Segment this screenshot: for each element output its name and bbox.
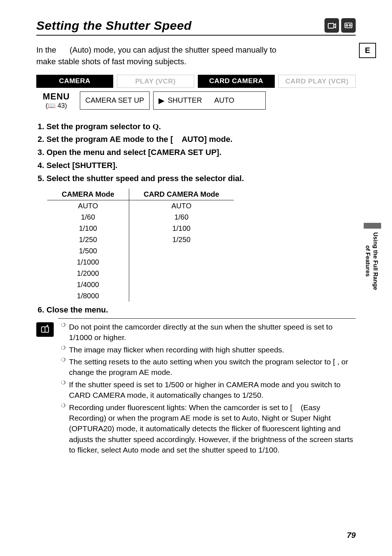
table-cell: 1/4000 — [47, 279, 129, 290]
note-icon — [36, 322, 54, 337]
table-row: 1/1001/100 — [47, 223, 234, 234]
side-tab-bar — [364, 223, 381, 229]
steps-list-2: Close the menu. — [36, 304, 356, 315]
menu-label: MENU — [36, 91, 76, 102]
step-5: Select the shutter speed and press the s… — [46, 173, 356, 184]
menu-ref: (📖 43) — [36, 102, 76, 110]
table-cell: 1/1000 — [47, 257, 129, 268]
table-cell: 1/250 — [129, 234, 234, 245]
table-cell: AUTO — [129, 200, 234, 212]
language-tab: E — [359, 43, 376, 58]
svg-point-2 — [346, 25, 348, 26]
intro-text: In the (Auto) mode, you can adjust the s… — [36, 44, 298, 68]
divider — [58, 318, 356, 319]
table-cell: 1/250 — [47, 234, 129, 245]
mode-camera: CAMERA — [36, 75, 113, 88]
note-item: Recording under fluorescent lights: When… — [61, 402, 356, 455]
step-1: Set the program selector to Q. — [46, 121, 356, 132]
notes-list: Do not point the camcorder directly at t… — [61, 322, 356, 457]
note-item: If the shutter speed is set to 1/500 or … — [61, 379, 356, 401]
mode-play-vcr-: PLAY (VCR) — [117, 75, 195, 88]
menu-shutter: ▶ SHUTTER AUTO — [153, 91, 266, 110]
table-row: 1/601/60 — [47, 212, 234, 223]
step-4: Select [SHUTTER]. — [46, 160, 356, 171]
menu-path: MENU (📖 43) CAMERA SET UP ▶ SHUTTER AUTO — [36, 91, 356, 110]
table-cell: 1/100 — [129, 223, 234, 234]
table-row: 1/500 — [47, 245, 234, 257]
table-cell — [129, 268, 234, 279]
table-row: 1/1000 — [47, 257, 234, 268]
table-cell — [129, 245, 234, 257]
menu-camera-setup: CAMERA SET UP — [80, 91, 150, 110]
step-6: Close the menu. — [46, 304, 356, 315]
table-cell: 1/8000 — [47, 290, 129, 302]
table-cell — [129, 257, 234, 268]
mode-row: CAMERAPLAY (VCR)CARD CAMERACARD PLAY (VC… — [36, 75, 356, 88]
menu-shutter-label: SHUTTER — [168, 96, 202, 105]
arrow-icon: ▶ — [159, 96, 164, 105]
menu-shutter-value: AUTO — [214, 96, 234, 105]
step-3: Open the menu and select [CAMERA SET UP]… — [46, 147, 356, 158]
shutter-table: CAMERA Mode CARD CAMERA Mode AUTOAUTO1/6… — [47, 189, 234, 302]
mode-card-play-vcr-: CARD PLAY (VCR) — [278, 75, 356, 88]
table-cell — [129, 279, 234, 290]
note-item: Do not point the camcorder directly at t… — [61, 322, 356, 343]
page-title: Setting the Shutter Speed — [36, 19, 192, 33]
table-row: 1/8000 — [47, 290, 234, 302]
table-header-card: CARD CAMERA Mode — [129, 189, 234, 200]
svg-point-3 — [349, 25, 351, 26]
table-header-camera: CAMERA Mode — [47, 189, 129, 200]
camera-body-icon — [324, 18, 339, 33]
side-tab: Using the Full Rangeof Features — [364, 232, 379, 290]
table-cell: 1/60 — [47, 212, 129, 223]
table-cell: AUTO — [47, 200, 129, 212]
table-cell: 1/60 — [129, 212, 234, 223]
step-2: Set the program AE mode to the [ AUTO] m… — [46, 134, 356, 145]
note-item: The image may flicker when recording wit… — [61, 344, 356, 355]
header-icons — [324, 18, 356, 33]
svg-rect-0 — [328, 24, 334, 28]
table-row: 1/2000 — [47, 268, 234, 279]
table-cell: 1/100 — [47, 223, 129, 234]
tape-icon — [341, 18, 356, 33]
note-item: The setting resets to the auto setting w… — [61, 356, 356, 378]
table-cell: 1/500 — [47, 245, 129, 257]
table-row: 1/2501/250 — [47, 234, 234, 245]
table-cell — [129, 290, 234, 302]
steps-list: Set the program selector to Q. Set the p… — [36, 121, 356, 184]
table-cell: 1/2000 — [47, 268, 129, 279]
table-row: AUTOAUTO — [47, 200, 234, 212]
mode-card-camera: CARD CAMERA — [198, 75, 275, 88]
table-row: 1/4000 — [47, 279, 234, 290]
page-number: 79 — [347, 531, 356, 540]
